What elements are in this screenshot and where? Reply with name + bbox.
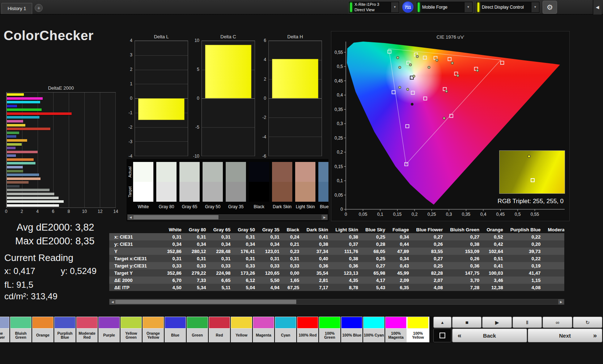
gridline (202, 98, 255, 99)
stop-button[interactable]: ■ (452, 317, 481, 328)
deltae-bar-moderate-red (7, 151, 38, 153)
delta-l-title: Delta L (135, 34, 188, 39)
patch-button-100-yellow[interactable]: 100% Yellow (407, 317, 429, 342)
settings-button[interactable]: ⚙ (543, 1, 557, 14)
next-button[interactable]: » Next » (528, 329, 603, 342)
table-cell: 3,46 (483, 277, 507, 284)
meter-count-badge[interactable]: 711 (402, 1, 413, 13)
swatch-light-skin[interactable]: Light Skin (295, 162, 315, 209)
patch-button-orange[interactable]: Orange (32, 317, 54, 342)
patch-button-100-blue[interactable]: 100% Blue (341, 317, 362, 342)
scrollbar-thumb[interactable] (133, 215, 218, 219)
patch-color-chip (32, 317, 54, 329)
patch-button-orange-yellow[interactable]: Orange Yellow (143, 317, 164, 342)
patch-button-moderate-red[interactable]: Moderate Red (76, 317, 98, 342)
loop-button[interactable]: ↻ (573, 317, 602, 328)
swatch-actual-color (249, 162, 269, 182)
table-cell: 0,31 (234, 233, 259, 240)
patch-button-yellow[interactable]: Yellow (231, 317, 252, 342)
measured-marker (411, 103, 413, 106)
table-cell: 0,31 (164, 233, 185, 240)
gridline (115, 93, 116, 207)
page-title: ColorChecker (4, 28, 94, 43)
continuous-icon: ∞ (556, 320, 559, 325)
swatch-blue-sky[interactable]: Blue Sky (318, 162, 328, 209)
collapse-panel-button[interactable]: ◀ (593, 0, 602, 14)
patch-button-purplish-blue[interactable]: Purplish Blue (54, 317, 76, 342)
table-row: y: CIE310,340,340,340,340,340,210,380,37… (109, 240, 564, 248)
table-cell: 0,25 (413, 262, 447, 269)
deltae-bar-100-green (7, 108, 42, 111)
patch-color-chip (120, 317, 142, 329)
scroll-left-icon[interactable]: ◀ (128, 215, 133, 220)
swatch-white[interactable]: White (133, 162, 153, 209)
patch-button-100-cyan[interactable]: 100% Cyan (363, 317, 385, 342)
patch-button-yellow-green[interactable]: Yellow Green (120, 317, 142, 342)
patch-button-blue-flower[interactable]: Blue Flower (0, 317, 9, 342)
play-button[interactable]: ▶ (482, 317, 511, 328)
deltae-bar-gray-80 (7, 200, 64, 203)
table-cell: 0,19 (507, 262, 544, 269)
swatch-gray-65[interactable]: Gray 65 (179, 162, 200, 209)
history-tab[interactable]: History 1 (1, 3, 32, 14)
delta-h-bar (272, 59, 318, 98)
swatch-actual-color (156, 162, 177, 182)
patch-button-100-green[interactable]: 100% Green (319, 317, 340, 342)
patch-button-bluish-green[interactable]: Bluish Green (10, 317, 31, 342)
gridline (135, 141, 188, 142)
patch-button-purple[interactable]: Purple (98, 317, 120, 342)
y-tick-label: 4 (130, 38, 132, 43)
continuous-button[interactable]: ∞ (543, 317, 572, 328)
patch-button-100-red[interactable]: 100% Red (297, 317, 318, 342)
history-tab-label: History 1 (8, 6, 26, 11)
add-history-button[interactable]: + (35, 4, 43, 12)
patch-button-blue[interactable]: Blue (165, 317, 186, 342)
deltae-bar-green (7, 132, 19, 134)
pattern-source-dropdown[interactable]: Mobile Forge ▼ (416, 1, 473, 13)
swatch-black[interactable]: Black (249, 162, 269, 209)
deltae-bar-blue-sky (7, 174, 39, 176)
measured-marker (443, 117, 445, 120)
scrollbar-track[interactable] (218, 215, 322, 220)
swatch-actual-color (203, 162, 223, 182)
swatch-strip: Actual Target WhiteGray 80Gray 65Gray 50… (127, 159, 328, 221)
scroll-patches-up-button[interactable]: ▲ (433, 317, 451, 328)
patch-button-100-magenta[interactable]: 100% Magenta (385, 317, 407, 342)
patch-button-green[interactable]: Green (187, 317, 208, 342)
custom-patch-button[interactable] (433, 329, 451, 342)
scrollbar-track[interactable] (296, 299, 558, 304)
table-scrollbar[interactable]: ◀ ▶ (109, 299, 564, 305)
scrollbar-thumb[interactable] (115, 300, 296, 304)
scroll-right-icon[interactable]: ▶ (558, 299, 564, 304)
x-tick-label: 0,35 (462, 212, 471, 217)
table-cell: 45,99 (389, 269, 413, 277)
swatch-gray-50[interactable]: Gray 50 (203, 162, 223, 209)
pause-button[interactable]: Ⅱ (513, 317, 542, 328)
y-tick-label: -2 (128, 125, 132, 130)
swatch-scrollbar[interactable]: ◀ ▶ (127, 214, 328, 220)
patch-button-red[interactable]: Red (209, 317, 230, 342)
patch-button-magenta[interactable]: Magenta (253, 317, 274, 342)
chevron-double-left-icon: « (458, 331, 462, 339)
column-header: Dark Skin (303, 226, 332, 233)
gridline (135, 127, 188, 128)
table-cell: 0,51 (483, 255, 507, 262)
table-cell: 5,34 (185, 284, 210, 291)
top-bar: History 1 + X-Rite i1Pro 3 Direct View ▼… (0, 0, 603, 14)
display-control-dropdown[interactable]: Direct Display Control ▼ (476, 1, 540, 13)
back-button[interactable]: « Back « (452, 329, 527, 342)
swatch-gray-35[interactable]: Gray 35 (226, 162, 246, 209)
swatch-target-color (179, 182, 200, 202)
y-tick-label: -1 (128, 110, 132, 115)
scroll-left-icon[interactable]: ◀ (110, 299, 115, 304)
gridline (269, 117, 322, 118)
scroll-right-icon[interactable]: ▶ (322, 215, 327, 220)
patch-color-chip (187, 317, 208, 329)
swatch-dark-skin[interactable]: Dark Skin (272, 162, 292, 209)
swatch-gray-80[interactable]: Gray 80 (156, 162, 177, 209)
meter-dropdown[interactable]: X-Rite i1Pro 3 Direct View ▼ (348, 1, 400, 13)
gamut-triangle (389, 49, 501, 164)
table-cell: 39,73 (507, 248, 544, 255)
patch-button-cyan[interactable]: Cyan (275, 317, 296, 342)
table-cell: 120,65 (259, 269, 283, 277)
